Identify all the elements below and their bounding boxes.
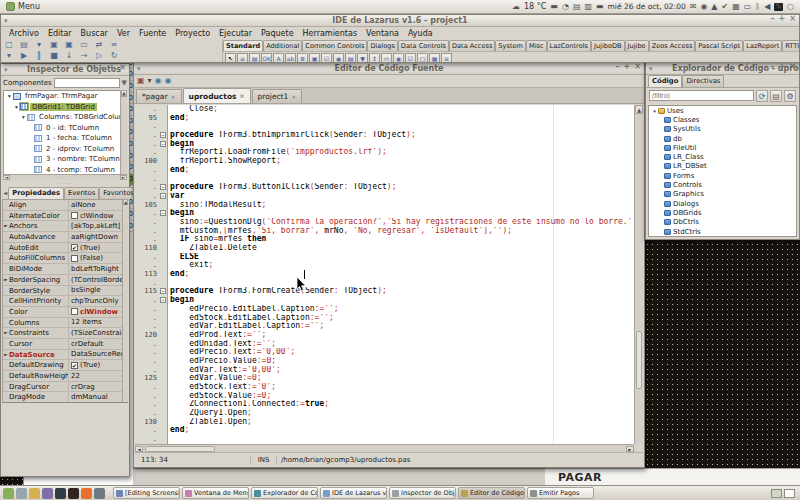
palette-tab[interactable]: Common Controls	[302, 40, 367, 51]
close-icon[interactable]: ×	[789, 63, 796, 71]
object-tree-item[interactable]: ▾Columns: TDBGridColumns	[4, 112, 126, 123]
object-tree-vscrollbar[interactable]: ▲	[120, 90, 127, 174]
checkbox-empty-icon[interactable]	[71, 308, 78, 315]
run-icon[interactable]: ▶	[18, 52, 30, 60]
property-value[interactable]: ✔(True)	[69, 360, 127, 370]
code-text[interactable]: edProd.Text:='';	[168, 331, 643, 340]
property-row[interactable]: CellHintPrioritychpTruncOnly	[3, 296, 127, 307]
actionlist-icon[interactable]: ≡	[441, 53, 452, 63]
code-text[interactable]: sino:TModalResult;	[168, 201, 643, 210]
code-text[interactable]	[168, 435, 643, 444]
tab-propiedades[interactable]: Propiedades	[8, 187, 64, 199]
bluetooth-icon[interactable]: ᛒ	[755, 3, 760, 11]
code-text[interactable]: mtCustom,[mrYes,'Sí, borrar', mrNo, 'No,…	[168, 227, 643, 236]
property-row[interactable]: ►DataSourceDataSourceReg	[3, 350, 127, 361]
mint-menu-icon[interactable]	[3, 488, 14, 499]
code-text[interactable]: sino:=QuestionDlg('Confirma la operación…	[168, 218, 643, 227]
directives-icon[interactable]: ▤	[770, 90, 782, 102]
maximize-icon[interactable]: +	[109, 64, 116, 72]
firefox-icon[interactable]	[81, 488, 92, 499]
source-marker-icon[interactable]: ▣	[137, 77, 145, 85]
window-menu-icon[interactable]: ▾	[137, 63, 141, 75]
explorer-tree-item[interactable]: Graphics	[649, 190, 796, 199]
taskbar-button[interactable]: Emitir Pagos	[527, 487, 594, 499]
palette-tab[interactable]: Zeos Access	[649, 40, 696, 51]
vlc-cone-icon[interactable]: ▲	[711, 3, 717, 11]
explorer-titlebar[interactable]: ▾ Explorador de Código - uproductos –+×	[646, 63, 799, 75]
menu-buscar[interactable]: Buscar	[77, 28, 112, 39]
window-menu-icon[interactable]: ▾	[4, 64, 8, 76]
property-value[interactable]: clWindow	[69, 307, 127, 317]
groupbox-icon[interactable]: ▭	[381, 53, 392, 63]
property-row[interactable]: DefaultRowHeight22	[3, 371, 127, 382]
code-text[interactable]: ELSE	[168, 253, 643, 262]
fold-collapse-icon[interactable]: −	[160, 288, 166, 294]
menu-editar[interactable]: Editar	[44, 28, 76, 39]
color-profile-icon[interactable]: ◔	[562, 3, 569, 11]
checkgroup-icon[interactable]: ☑	[405, 53, 416, 63]
maximize-icon[interactable]: +	[779, 15, 786, 23]
explorer-tree-item[interactable]: DbCtrls	[649, 218, 796, 227]
build-mode-icon[interactable]: ▾	[3, 52, 15, 60]
editor-tab-pagar[interactable]: *pagar×	[136, 89, 182, 103]
property-value[interactable]: bsSingle	[69, 286, 127, 296]
code-text[interactable]: edVar.Value:=0;	[168, 374, 643, 383]
editor-tab-project1[interactable]: project1×	[252, 89, 303, 103]
open-dropdown-icon[interactable]: ▾	[33, 41, 45, 49]
workspace-2[interactable]	[784, 489, 795, 498]
dropdown-arrow-icon[interactable]: ▾	[148, 77, 152, 85]
palette-tab[interactable]: Data Controls	[398, 40, 449, 51]
palette-tab[interactable]: Jujibo	[625, 40, 649, 51]
explorer-tree-item[interactable]: Dialogs	[649, 199, 796, 208]
components-filter-input[interactable]	[54, 78, 120, 88]
expand-node-icon[interactable]: ▾	[13, 104, 20, 110]
property-row[interactable]: ►Constraints(TSizeConstraints)	[3, 328, 127, 339]
editor-tab-uproductos[interactable]: uproductos×	[183, 88, 251, 103]
checkbox-checked-icon[interactable]: ✔	[71, 362, 78, 369]
code-text[interactable]: begin	[168, 296, 643, 305]
palette-tab[interactable]: System	[495, 40, 526, 51]
tab-close-icon[interactable]: ×	[291, 94, 296, 100]
checkbox-icon[interactable]: ☑	[321, 53, 332, 63]
menu-ver[interactable]: Ver	[113, 28, 134, 39]
inspector-titlebar[interactable]: ▾ Inspector de Objetos –+×	[1, 64, 129, 76]
code-text[interactable]: frReport1.LoadFromFile('impproductos.lrf…	[168, 148, 643, 157]
code-text[interactable]	[168, 175, 643, 184]
fold-collapse-icon[interactable]: −	[160, 210, 166, 216]
cursor-icon[interactable]: ↖	[225, 53, 236, 63]
refresh-icon[interactable]: ⟳	[756, 90, 768, 102]
checkbox-checked-icon[interactable]: ✔	[71, 244, 78, 251]
explorer-filter-input[interactable]	[649, 90, 754, 101]
radio-icon[interactable]: ◉	[333, 53, 344, 63]
expand-node-icon[interactable]: ▾	[6, 93, 13, 99]
code-text[interactable]: var	[168, 192, 643, 201]
checkbox-empty-icon[interactable]	[71, 212, 78, 219]
code-text[interactable]: begin	[168, 209, 643, 218]
palette-tab[interactable]: Standard	[223, 40, 263, 51]
screenshot-tool-icon[interactable]: ✎	[774, 3, 783, 11]
code-text[interactable]: edPrecio.Value:=0;	[168, 357, 643, 366]
volume-icon[interactable]: ◀	[764, 3, 770, 11]
explorer-tree-item[interactable]: ▾Uses	[649, 106, 796, 115]
clock-label[interactable]: mié 26 de oct, 02:00	[608, 2, 686, 11]
property-value[interactable]: crDefault	[69, 339, 127, 349]
property-value[interactable]: alNone	[69, 200, 127, 210]
code-text[interactable]: begin	[168, 140, 643, 149]
power-icon[interactable]: ○	[787, 3, 794, 11]
resource-monitor-icon[interactable]: ▥	[584, 3, 592, 11]
toggle-form-unit-icon[interactable]: ⇄	[93, 41, 105, 49]
ide-titlebar[interactable]: ▾ IDE de Lazarus v1.6 - project1 –+×	[1, 15, 799, 27]
window-menu-icon[interactable]: ▾	[4, 15, 8, 27]
workspace-1[interactable]	[771, 489, 782, 498]
property-row[interactable]: AlternateColorclWindow	[3, 211, 127, 222]
object-tree-item[interactable]: 3 - nombre: TColumn	[4, 154, 126, 165]
maximize-icon[interactable]: +	[779, 63, 786, 71]
code-text[interactable]: ZQuery1.Open;	[168, 409, 643, 418]
menu-fuente[interactable]: Fuente	[135, 28, 170, 39]
property-row[interactable]: CursorcrDefault	[3, 339, 127, 350]
editor-vscrollbar[interactable]: ▲	[634, 105, 643, 444]
palette-tab[interactable]: Pascal Script	[695, 40, 743, 51]
code-text[interactable]	[168, 279, 643, 288]
fold-collapse-icon[interactable]: −	[160, 297, 166, 303]
toggle-box-icon[interactable]: ▣	[309, 53, 320, 63]
